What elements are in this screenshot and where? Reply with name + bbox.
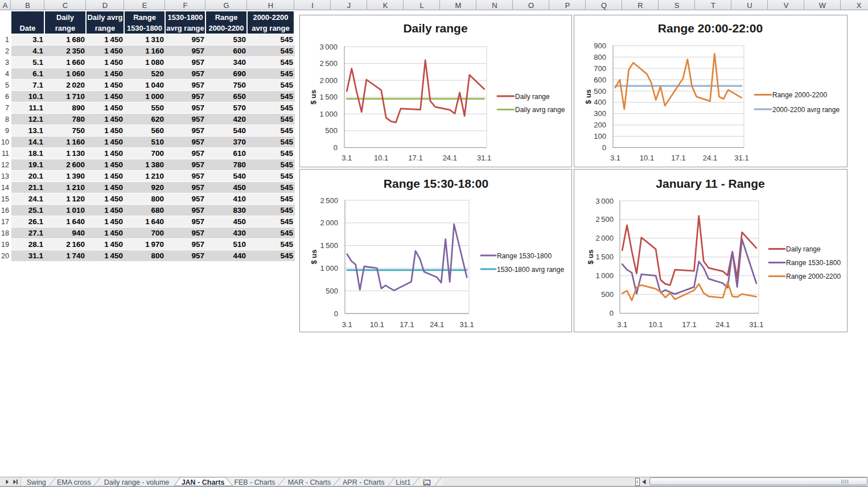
svg-text:$ us: $ us [309,90,318,105]
svg-text:Daily range: Daily range [403,22,467,35]
svg-text:3 000: 3 000 [319,43,338,51]
svg-text:1 500: 1 500 [319,93,338,101]
svg-text:31.1: 31.1 [477,154,491,162]
svg-text:24.1: 24.1 [430,320,444,329]
svg-text:17.1: 17.1 [682,320,696,329]
svg-text:$ us: $ us [584,89,593,104]
svg-text:Range 2000-2200: Range 2000-2200 [772,91,827,99]
svg-text:EMA cross: EMA cross [57,478,91,486]
svg-text:Daily range: Daily range [786,245,821,253]
svg-text:0: 0 [334,309,338,318]
svg-text:3.1: 3.1 [610,154,620,162]
svg-text:1 500: 1 500 [595,253,614,261]
svg-text:MAR - Charts: MAR - Charts [288,478,331,486]
svg-text:Range 15:30-18:00: Range 15:30-18:00 [384,177,488,190]
svg-text:Daily range - volume: Daily range - volume [104,478,170,486]
svg-text:500: 500 [326,287,338,295]
svg-text:600: 600 [594,76,606,84]
svg-text:Daily avrg range: Daily avrg range [515,106,565,114]
svg-text:31.1: 31.1 [460,320,474,329]
svg-text:17.1: 17.1 [400,320,414,329]
svg-text:$ us: $ us [586,250,595,265]
svg-text:List1: List1 [396,478,410,486]
svg-text:31.1: 31.1 [749,320,763,329]
svg-text:2 000: 2 000 [319,76,338,85]
svg-text:2000-2200 avrg range: 2000-2200 avrg range [772,106,840,114]
svg-text:500: 500 [594,87,606,96]
svg-text:200: 200 [594,121,606,129]
svg-text:300: 300 [594,109,606,118]
svg-text:17.1: 17.1 [408,154,422,162]
svg-text:2 500: 2 500 [595,215,614,224]
svg-text:1 000: 1 000 [320,264,338,273]
svg-text:Range 1530-1800: Range 1530-1800 [497,252,552,260]
svg-text:FEB - Charts: FEB - Charts [234,478,275,486]
svg-text:17.1: 17.1 [671,154,685,162]
svg-text:31.1: 31.1 [734,154,748,162]
svg-text:10.1: 10.1 [640,154,654,162]
svg-text:0: 0 [602,143,606,152]
svg-text:900: 900 [594,42,606,50]
svg-text:1 000: 1 000 [319,110,338,118]
svg-text:$ us: $ us [310,249,318,264]
svg-text:Range 2000-2200: Range 2000-2200 [786,273,841,280]
svg-text:24.1: 24.1 [715,320,730,329]
svg-text:100: 100 [594,132,606,141]
svg-text:1530-1800 avrg range: 1530-1800 avrg range [497,266,564,274]
svg-text:Range 20:00-22:00: Range 20:00-22:00 [658,22,763,35]
svg-text:Daily range: Daily range [515,93,550,101]
svg-text:1 500: 1 500 [320,241,338,250]
svg-text:10.1: 10.1 [374,154,388,162]
svg-text:3.1: 3.1 [342,320,352,329]
svg-text:2 500: 2 500 [320,196,338,205]
svg-text:APR - Charts: APR - Charts [343,478,385,486]
svg-text:1 000: 1 000 [595,271,614,280]
svg-text:0: 0 [610,309,614,317]
svg-text:500: 500 [325,126,338,135]
svg-text:500: 500 [601,290,614,299]
svg-text:700: 700 [594,64,606,73]
svg-text:3 000: 3 000 [595,197,614,205]
svg-text:400: 400 [594,98,606,106]
svg-text:24.1: 24.1 [443,154,457,162]
svg-text:10.1: 10.1 [370,320,384,329]
svg-text:24.1: 24.1 [703,154,717,162]
svg-text:10.1: 10.1 [648,320,663,329]
svg-text:0: 0 [334,143,338,152]
svg-text:2 500: 2 500 [319,59,338,68]
svg-text:800: 800 [594,53,606,61]
svg-text:January 11 - Range: January 11 - Range [656,177,764,190]
svg-text:2 000: 2 000 [320,218,338,227]
svg-text:3.1: 3.1 [617,320,627,329]
svg-text:2 000: 2 000 [595,234,614,242]
svg-text:3.1: 3.1 [342,154,352,162]
svg-text:Range 1530-1800: Range 1530-1800 [786,259,841,267]
svg-text:JAN - Charts: JAN - Charts [182,478,225,486]
svg-text:Swing: Swing [27,478,46,486]
